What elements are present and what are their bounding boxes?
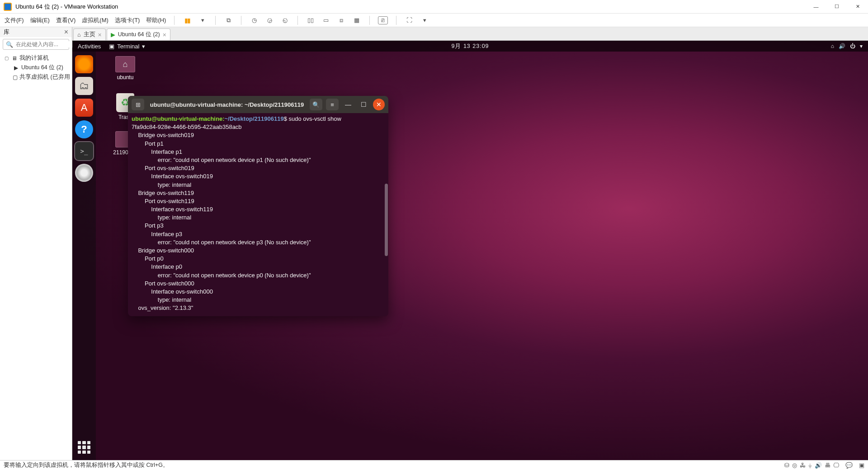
prompt-path: ~/Desktop/211906119	[225, 115, 284, 122]
views-single-icon[interactable]: ▯▯	[306, 16, 315, 25]
menu-help[interactable]: 帮助(H)	[146, 16, 166, 24]
send-ctrl-alt-del-icon[interactable]: ⧉	[224, 16, 233, 25]
tab-ubuntu-vm[interactable]: ▶ Ubuntu 64 位 (2) ×	[107, 28, 170, 40]
message-log-icon[interactable]: 💬	[845, 462, 853, 469]
close-button[interactable]: ✕	[847, 0, 868, 14]
terminal-minimize-button[interactable]: ―	[342, 99, 354, 110]
tab-close-icon[interactable]: ×	[163, 31, 166, 38]
help-icon[interactable]: ?	[75, 120, 93, 138]
display-icon[interactable]: 🖵	[833, 462, 839, 469]
vm-column: ⌂ 主页 × ▶ Ubuntu 64 位 (2) × Activities ▣ …	[72, 27, 868, 460]
files-icon[interactable]: 🗂	[75, 77, 93, 95]
separator	[174, 16, 175, 25]
cdrom-icon[interactable]: ◎	[792, 462, 797, 469]
prompt-user: ubuntu@ubuntu-virtual-machine	[132, 115, 222, 122]
views-unity-icon[interactable]: ⧈	[337, 16, 346, 25]
hamburger-menu-button[interactable]: ≡	[326, 99, 339, 110]
terminal-scrollbar[interactable]	[385, 184, 388, 256]
network-icon[interactable]: ⌂	[831, 43, 834, 49]
snapshot-revert-icon[interactable]: ◶	[265, 16, 274, 25]
views-console-icon[interactable]: ▭	[321, 16, 330, 25]
library-panel: 库 × 🔍 ▾ ▢ 🖥 我的计算机 ▶ Ubuntu 64 位 (2) ▢ 共享…	[0, 27, 72, 460]
collapse-icon[interactable]: ▢	[5, 56, 9, 61]
shared-icon: ▢	[13, 74, 18, 80]
fullscreen-toggle-icon[interactable]: ▣	[859, 462, 864, 469]
pause-icon[interactable]: ▮▮	[183, 16, 192, 25]
ubuntu-software-icon[interactable]: A	[75, 99, 93, 117]
console-view-icon[interactable]: ⎚	[378, 16, 388, 24]
tree-label: Ubuntu 64 位 (2)	[21, 64, 63, 71]
views-thumbnail-icon[interactable]: ▦	[352, 16, 361, 25]
terminal-titlebar[interactable]: ⊞ ubuntu@ubuntu-virtual-machine: ~/Deskt…	[128, 96, 388, 113]
menu-tabs[interactable]: 选项卡(T)	[115, 16, 140, 24]
terminal-window[interactable]: ⊞ ubuntu@ubuntu-virtual-machine: ~/Deskt…	[128, 96, 388, 316]
snapshot-manager-icon[interactable]: ◵	[280, 16, 289, 25]
menu-view[interactable]: 查看(V)	[56, 16, 75, 24]
snapshot-icon[interactable]: ◷	[250, 16, 259, 25]
status-device-icons: ⛁ ◎ 🖧 ⏚ 🔊 🖶 🖵 💬 ▣	[784, 462, 864, 469]
tree-root-my-computer[interactable]: ▢ 🖥 我的计算机	[2, 53, 70, 63]
folder-icon: ⌂	[115, 56, 135, 72]
separator	[215, 16, 216, 25]
app-menu[interactable]: ▣ Terminal ▾	[109, 43, 145, 50]
dropdown-icon[interactable]: ▾	[420, 16, 429, 25]
tree-label: 我的计算机	[19, 54, 49, 62]
show-applications-icon[interactable]	[76, 439, 92, 456]
vmware-statusbar: 要将输入定向到该虚拟机，请将鼠标指针移入其中或按 Ctrl+G。 ⛁ ◎ 🖧 ⏚…	[0, 460, 868, 470]
firefox-icon[interactable]	[75, 55, 93, 73]
library-header: 库 ×	[0, 27, 72, 37]
tree-item-ubuntu-vm[interactable]: ▶ Ubuntu 64 位 (2)	[2, 63, 70, 72]
tab-close-icon[interactable]: ×	[98, 31, 102, 38]
disc-icon[interactable]	[75, 164, 93, 182]
host-window-titlebar: Ubuntu 64 位 (2) - VMware Workstation ― ☐…	[0, 0, 868, 14]
desktop-label: ubuntu	[109, 74, 141, 81]
search-icon: 🔍	[6, 41, 13, 48]
minimize-button[interactable]: ―	[806, 0, 826, 14]
fullscreen-icon[interactable]: ⛶	[405, 16, 414, 25]
hdd-icon[interactable]: ⛁	[784, 462, 789, 469]
tab-home[interactable]: ⌂ 主页 ×	[73, 28, 106, 40]
desktop-home-folder[interactable]: ⌂ ubuntu	[109, 56, 141, 81]
terminal-output: 7fa9dc84-928e-4466-b595-422aab358acb Bri…	[132, 123, 311, 311]
separator	[241, 16, 241, 25]
separator	[369, 16, 370, 25]
activities-button[interactable]: Activities	[78, 43, 101, 50]
sound-icon[interactable]: 🔊	[815, 462, 822, 469]
menu-file[interactable]: 文件(F)	[5, 16, 24, 24]
ubuntu-dock: 🗂 A ? >_	[72, 52, 96, 460]
tree-item-shared-vms[interactable]: ▢ 共享虚拟机 (已弃用)	[2, 72, 70, 82]
vm-icon: ▶	[13, 65, 19, 71]
printer-icon[interactable]: 🖶	[825, 462, 830, 469]
library-close-icon[interactable]: ×	[64, 28, 68, 36]
tab-label: 主页	[84, 31, 95, 38]
terminal-icon: ▣	[109, 43, 114, 50]
menu-vm[interactable]: 虚拟机(M)	[82, 16, 108, 24]
dropdown-icon[interactable]: ▾	[198, 16, 207, 25]
usb-icon[interactable]: ⏚	[808, 462, 812, 469]
vmware-logo-icon	[4, 3, 12, 11]
network-adapter-icon[interactable]: 🖧	[800, 462, 806, 469]
terminal-launcher-icon[interactable]: >_	[75, 142, 93, 160]
host-window-title: Ubuntu 64 位 (2) - VMware Workstation	[15, 3, 806, 11]
library-tree: ▢ 🖥 我的计算机 ▶ Ubuntu 64 位 (2) ▢ 共享虚拟机 (已弃用…	[0, 52, 72, 84]
new-tab-button[interactable]: ⊞	[132, 99, 144, 110]
library-search[interactable]: 🔍 ▾	[3, 39, 69, 50]
home-icon: ⌂	[77, 32, 81, 38]
chevron-down-icon[interactable]: ▾	[860, 43, 863, 49]
maximize-button[interactable]: ☐	[826, 0, 847, 14]
vm-tabs: ⌂ 主页 × ▶ Ubuntu 64 位 (2) ×	[72, 27, 868, 41]
chevron-down-icon: ▾	[142, 43, 145, 50]
library-h-scrollbar[interactable]	[0, 452, 72, 460]
menu-edit[interactable]: 编辑(E)	[30, 16, 50, 24]
guest-desktop[interactable]: Activities ▣ Terminal ▾ 9月 13 23:09 ⌂ 🔊 …	[72, 41, 868, 460]
power-icon[interactable]: ⏻	[850, 43, 855, 49]
terminal-title: ubuntu@ubuntu-virtual-machine: ~/Desktop…	[148, 101, 306, 108]
terminal-maximize-button[interactable]: ☐	[358, 99, 369, 110]
terminal-close-button[interactable]: ✕	[373, 99, 385, 110]
terminal-command: sudo ovs-vsctl show	[289, 115, 341, 122]
search-button[interactable]: 🔍	[310, 99, 322, 110]
volume-icon[interactable]: 🔊	[839, 43, 845, 49]
terminal-body[interactable]: ubuntu@ubuntu-virtual-machine:~/Desktop/…	[128, 113, 388, 316]
tree-label: 共享虚拟机 (已弃用)	[19, 73, 70, 81]
clock[interactable]: 9月 13 23:09	[451, 43, 489, 50]
